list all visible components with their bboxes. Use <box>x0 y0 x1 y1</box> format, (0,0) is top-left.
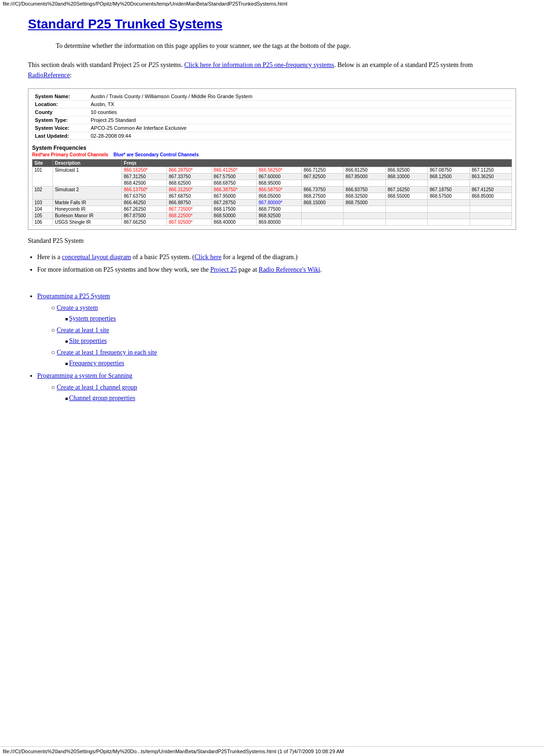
freq-value: 868.68750 <box>212 180 257 186</box>
nav-item-create-channel-group: Create at least 1 channel group Channel … <box>51 382 516 403</box>
browser-title-bar: file:///C|/Documents%20and%20Settings/PO… <box>0 0 544 7</box>
sub-sub-list-system: System properties <box>65 314 516 323</box>
freq-value: 863.36250 <box>470 173 511 180</box>
freq-value: 867.18750 <box>428 186 470 193</box>
freq-value: 867.33750 <box>166 173 212 180</box>
freq-properties-link[interactable]: Frequency properties <box>69 360 125 367</box>
nav-item-create-system: Create a system System properties <box>51 303 516 323</box>
freq-site: 105 <box>33 212 53 219</box>
project25-link[interactable]: Project 25 <box>210 266 237 273</box>
legend-link[interactable]: Click here <box>194 254 221 261</box>
main-bullet-list: Here is a conceptual layout diagram of a… <box>37 252 516 274</box>
page-title: Standard P25 Trunked Systems <box>28 17 516 32</box>
freq-table-row: 104Honeycomb IR867.26250867.72500*868.17… <box>33 206 512 212</box>
channel-group-properties-link[interactable]: Channel group properties <box>69 395 135 401</box>
programming-p25-link[interactable]: Programming a P25 System <box>37 293 110 300</box>
sub-list-p25: Create a system System properties Create… <box>51 303 516 368</box>
freq-value: 868.10000 <box>385 173 427 180</box>
rr-wiki-link[interactable]: Radio Reference's Wiki <box>259 266 320 273</box>
freq-table-row: 102Simulcast 2866.13750*866.31250*866.38… <box>33 186 512 193</box>
freq-empty <box>301 212 343 219</box>
freq-site: 104 <box>33 206 53 212</box>
nav-item-freq-props: Frequency properties <box>65 358 516 368</box>
freq-empty <box>428 219 470 225</box>
freq-empty <box>301 206 343 212</box>
nav-item-programming-p25: Programming a P25 System Create a system… <box>37 291 516 368</box>
sys-field-value: 02-28-2008 09:44 <box>88 132 512 140</box>
freq-value: 868.42500 <box>122 180 167 186</box>
browser-footer-bar: file:///C|/Documents%20and%20Settings/PO… <box>0 746 544 756</box>
freq-value: 866.71250 <box>301 167 343 173</box>
sys-field-label: System Type: <box>32 116 88 124</box>
freq-value: 869.80000 <box>257 219 302 225</box>
freq-value: 866.28750* <box>166 167 212 173</box>
freq-value: 866.31250* <box>166 186 212 193</box>
freq-empty <box>344 212 385 219</box>
freq-value: 868.27500 <box>301 193 343 199</box>
freq-desc: Honeycomb IR <box>53 206 121 212</box>
freq-desc: USGS Shingle IR <box>53 219 121 225</box>
freq-empty <box>428 212 470 219</box>
freq-value: 867.82500 <box>301 173 343 180</box>
freq-value: 868.12500 <box>428 173 470 180</box>
nav-item-channel-props: Channel group properties <box>65 393 516 403</box>
freq-value: 867.63750 <box>122 193 167 199</box>
freq-table: Site Description Freqs 101Simulcast 1866… <box>32 159 512 226</box>
freq-empty <box>301 180 343 186</box>
sys-field-value: 10 counties <box>88 108 512 116</box>
freq-value: 866.88750 <box>166 199 212 206</box>
nav-item-site-props: Site properties <box>65 336 516 346</box>
freq-value: 866.92500 <box>385 167 427 173</box>
freq-value: 868.32500 <box>344 193 385 199</box>
freq-value: 867.16250 <box>385 186 427 193</box>
freq-value: 867.92500* <box>166 219 212 225</box>
bullet-item-1: Here is a conceptual layout diagram of a… <box>37 252 516 262</box>
freq-value: 868.55000 <box>385 193 427 199</box>
freq-empty <box>344 219 385 225</box>
system-table-figure: System Name:Austin / Travis County / Wil… <box>28 88 516 230</box>
sys-field-value: APCO-25 Common Air Interface Exclusive <box>88 124 512 132</box>
programming-scanning-link[interactable]: Programming a system for Scanning <box>37 372 133 379</box>
freq-value: 866.56250* <box>257 167 302 173</box>
freq-empty <box>470 180 511 186</box>
freq-desc: Simulcast 2 <box>53 186 121 199</box>
freq-value: 868.92500 <box>257 212 302 219</box>
freq-value: 866.46250 <box>122 199 167 206</box>
col-freqs: Freqs <box>122 159 512 167</box>
freq-value: 868.95000 <box>257 180 302 186</box>
legend-blue: Blue* are Secondary Control Channels <box>113 152 199 157</box>
p25-one-freq-link[interactable]: Click here for information on P25 one-fr… <box>184 61 334 68</box>
nav-bullet-list: Programming a P25 System Create a system… <box>37 291 516 403</box>
freq-empty <box>428 199 470 206</box>
freq-value: 867.87500 <box>122 212 167 219</box>
system-properties-link[interactable]: System properties <box>69 315 116 322</box>
caption: Standard P25 System <box>28 237 516 245</box>
create-site-link[interactable]: Create at least 1 site <box>57 327 109 334</box>
browser-url: file:///C|/Documents%20and%20Settings/PO… <box>3 1 287 7</box>
freq-value: 867.28750 <box>212 199 257 206</box>
freq-empty <box>428 206 470 212</box>
site-properties-link[interactable]: Site properties <box>69 337 107 344</box>
freq-empty <box>344 180 385 186</box>
freq-empty <box>385 199 427 206</box>
radio-reference-link[interactable]: RadioReference <box>28 72 70 79</box>
freq-empty <box>385 219 427 225</box>
freq-empty <box>385 206 427 212</box>
col-desc: Description <box>53 159 121 167</box>
nav-item-programming-scanning: Programming a system for Scanning Create… <box>37 371 516 403</box>
freq-value: 868.22500* <box>166 212 212 219</box>
freq-empty <box>470 206 511 212</box>
legend: Red*are Primary Control Channels Blue* a… <box>32 152 512 157</box>
conceptual-layout-link[interactable]: conceptual layout diagram <box>62 254 131 261</box>
sub-list-scanning: Create at least 1 channel group Channel … <box>51 382 516 403</box>
freq-table-row: 106USGS Shingle IR867.66250867.92500*868… <box>33 219 512 225</box>
freq-empty <box>385 212 427 219</box>
freq-value: 868.62500 <box>166 180 212 186</box>
create-freq-link[interactable]: Create at least 1 frequency in each site <box>57 349 157 356</box>
nav-item-create-site: Create at least 1 site Site properties <box>51 325 516 346</box>
freq-value: 868.50000 <box>212 212 257 219</box>
sub-sub-list-channel: Channel group properties <box>65 393 516 403</box>
create-system-link[interactable]: Create a system <box>57 304 98 311</box>
create-channel-group-link[interactable]: Create at least 1 channel group <box>57 384 137 391</box>
freq-site: 103 <box>33 199 53 206</box>
